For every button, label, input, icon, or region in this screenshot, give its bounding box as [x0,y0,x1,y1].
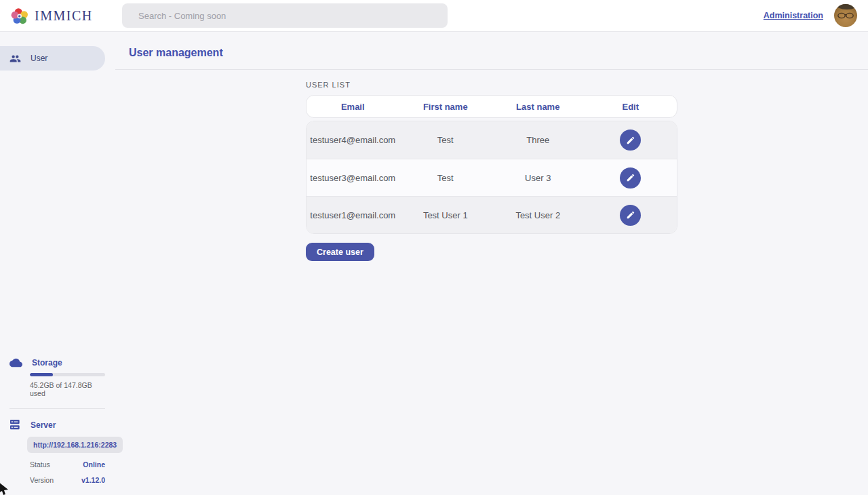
cell-last-name: User 3 [492,173,585,183]
pencil-icon [626,173,635,182]
sidebar-item-user[interactable]: User [0,46,105,71]
col-header-first-name: First name [399,102,492,112]
main-content: User management USER LIST Email First na… [115,32,868,495]
version-label: Version [30,476,54,484]
sidebar-footer: Storage 45.2GB of 147.8GB used [0,358,115,495]
server-url: http://192.168.1.216:2283 [27,437,123,453]
create-user-button[interactable]: Create user [306,243,374,261]
user-list-heading: USER LIST [306,81,677,89]
cell-email: testuser4@email.com [307,135,399,145]
users-icon [9,53,21,64]
status-label: Status [30,460,50,469]
top-bar: IMMICH Administration [0,0,868,32]
footer-divider [9,408,105,409]
edit-user-button[interactable] [620,167,641,189]
pencil-icon [626,210,635,220]
cell-email: testuser3@email.com [307,173,399,183]
title-divider [115,69,868,70]
immich-logo: IMMICH [11,7,122,25]
sidebar-item-user-label: User [31,54,47,63]
col-header-email: Email [307,102,399,112]
edit-user-button[interactable] [620,205,641,226]
immich-flower-icon [11,7,29,25]
edit-user-button[interactable] [620,130,641,151]
cell-last-name: Test User 2 [492,210,585,220]
storage-progress-fill [30,373,53,376]
user-table-header: Email First name Last name Edit [306,95,677,118]
col-header-edit: Edit [585,102,677,112]
glasses-icon [837,12,854,20]
avatar-photo-shade [835,4,857,9]
page-title: User management [115,47,868,59]
storage-progress-bar [30,373,105,376]
cell-first-name: Test [399,135,492,145]
storage-title: Storage [32,358,62,368]
status-value: Online [83,460,105,469]
brand-name: IMMICH [35,8,93,24]
col-header-last-name: Last name [492,102,585,112]
table-row: testuser3@email.com Test User 3 [307,159,677,196]
sidebar: User Storage 45.2GB of 147.8GB used [0,32,115,495]
table-row: testuser4@email.com Test Three [307,121,677,159]
server-title: Server [31,420,56,430]
user-table: testuser4@email.com Test Three testuser3… [306,121,677,234]
cell-last-name: Three [492,135,585,145]
table-row: testuser1@email.com Test User 1 Test Use… [307,196,677,233]
version-value: v1.12.0 [81,476,105,484]
cell-email: testuser1@email.com [307,210,399,220]
pencil-icon [626,136,635,145]
storage-usage-text: 45.2GB of 147.8GB used [30,381,105,397]
cell-first-name: Test [399,173,492,183]
cell-first-name: Test User 1 [399,210,492,220]
server-icon [9,420,21,430]
cloud-icon [9,358,22,368]
search-input[interactable] [122,3,448,28]
administration-link[interactable]: Administration [764,11,823,20]
user-avatar[interactable] [834,4,857,27]
